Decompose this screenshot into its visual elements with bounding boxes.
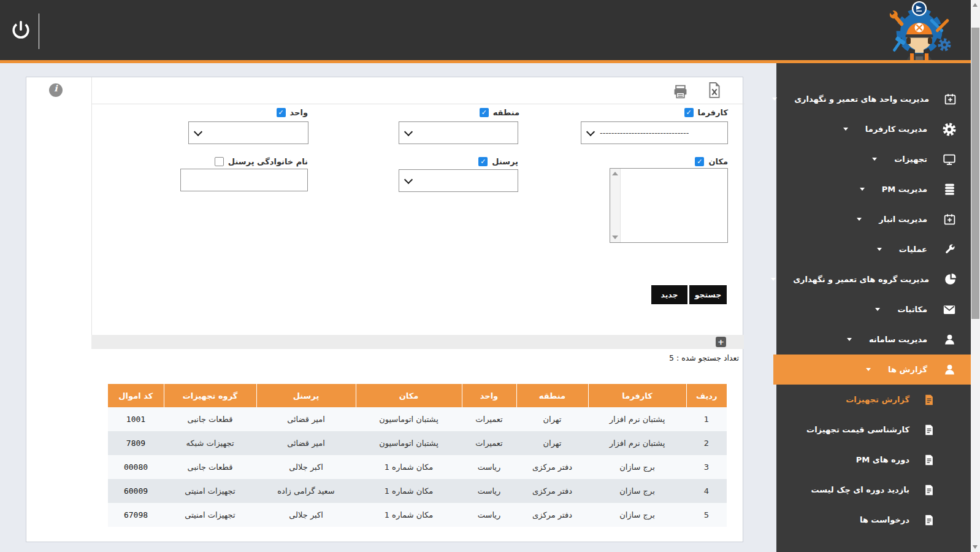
chevron-down-icon bbox=[875, 308, 880, 311]
sidebar-item-system-management[interactable]: مدیریت سامانه bbox=[776, 324, 971, 355]
cell-region: تهران bbox=[516, 407, 588, 431]
cell-location: پشتبان اتوماسیون bbox=[356, 431, 462, 455]
makan-checkbox[interactable]: ✓ bbox=[695, 157, 704, 166]
sidebar-item-equipment[interactable]: تجهیزات bbox=[776, 144, 971, 174]
cell-equipment-group: قطعات جانبی bbox=[164, 455, 256, 479]
chevron-down-icon bbox=[847, 338, 852, 341]
page-scrollbar[interactable] bbox=[971, 0, 980, 552]
table-row[interactable]: 3 برج سازان دفتر مرکزی ریاست مکان شماره … bbox=[108, 455, 727, 479]
makan-listbox[interactable] bbox=[610, 168, 728, 243]
sidebar-item-label: مدیریت سامانه bbox=[869, 335, 927, 344]
vahed-checkbox[interactable]: ✓ bbox=[277, 108, 286, 117]
chevron-down-icon bbox=[404, 175, 413, 184]
logout-button[interactable] bbox=[9, 16, 33, 43]
chevron-down-icon bbox=[857, 218, 862, 221]
sidebar-item-operations[interactable]: عملیات bbox=[776, 234, 971, 264]
table-row[interactable]: 2 پشتبان نرم افزار تهران تعمیرات پشتبان … bbox=[108, 431, 727, 455]
sidebar-subitem-pm-periods[interactable]: دوره های PM bbox=[776, 445, 971, 475]
maintenance-worker-logo bbox=[881, 1, 955, 60]
cell-client: برج سازان bbox=[588, 503, 686, 527]
vahed-select[interactable] bbox=[188, 121, 308, 144]
cell-region: دفتر مرکزی bbox=[516, 479, 588, 503]
sidebar-item-label: مدیریت انبار bbox=[879, 215, 927, 224]
table-row[interactable]: 4 برج سازان دفتر مرکزی ریاست مکان شماره … bbox=[108, 479, 727, 503]
personel-checkbox[interactable]: ✓ bbox=[478, 157, 488, 166]
chevron-down-icon bbox=[194, 128, 202, 136]
sidebar-subitem-label: درخواست ها bbox=[860, 515, 909, 524]
add-button[interactable]: + bbox=[716, 337, 726, 347]
cell-client: پشتبان نرم افزار bbox=[588, 407, 686, 431]
cell-client: برج سازان bbox=[588, 479, 686, 503]
scroll-down-icon[interactable] bbox=[612, 236, 618, 239]
table-row[interactable]: 5 برج سازان دفتر مرکزی ریاست مکان شماره … bbox=[108, 503, 727, 527]
search-button[interactable]: جستجو bbox=[689, 285, 727, 304]
scroll-down-icon[interactable] bbox=[973, 545, 978, 549]
karfarma-select[interactable]: ------------------------------- bbox=[581, 121, 728, 144]
cell-asset-code: 00080 bbox=[108, 455, 164, 479]
scroll-up-icon[interactable] bbox=[612, 172, 618, 175]
sidebar-subitem-equipment-pricing[interactable]: کارشناسی قیمت تجهیزات bbox=[776, 415, 971, 445]
col-header-personnel: پرسنل bbox=[256, 384, 356, 407]
sidebar-subitem-periodic-checklist[interactable]: بازدید دوره ای چک لیست bbox=[776, 475, 971, 505]
calendar-plus-icon bbox=[942, 213, 957, 226]
sidebar-item-client-management[interactable]: مدیریت کارفرما bbox=[776, 114, 971, 144]
sidebar-item-reports[interactable]: گزارش ها bbox=[773, 355, 971, 385]
sidebar-item-maintenance-units[interactable]: مدیریت واحد های تعمیر و نگهداری bbox=[776, 84, 971, 114]
listbox-scrollbar[interactable] bbox=[610, 169, 621, 242]
table-header-row: ردیف کارفرما منطقه واحد مکان پرسنل گروه … bbox=[108, 384, 727, 407]
sidebar-subitem-label: کارشناسی قیمت تجهیزات bbox=[806, 425, 909, 434]
mantaghe-checkbox[interactable]: ✓ bbox=[480, 108, 489, 117]
chevron-down-icon bbox=[866, 368, 871, 371]
sidebar-item-label: مدیریت واحد های تعمیر و نگهداری bbox=[794, 94, 929, 104]
content-panel: i bbox=[26, 77, 743, 542]
lastname-checkbox[interactable] bbox=[215, 157, 224, 166]
sidebar-item-label: مدیریت گروه های تعمیر و نگهداری bbox=[793, 275, 929, 284]
cell-row-number: 4 bbox=[686, 479, 727, 503]
personel-select[interactable] bbox=[399, 169, 518, 192]
pie-chart-icon bbox=[944, 273, 957, 286]
cell-asset-code: 67098 bbox=[108, 503, 164, 527]
monitor-icon bbox=[942, 153, 957, 166]
mantaghe-select[interactable] bbox=[399, 121, 518, 144]
cell-client: برج سازان bbox=[588, 455, 686, 479]
cell-asset-code: 7809 bbox=[108, 431, 164, 455]
cell-equipment-group: تجهیزات شبکه bbox=[164, 431, 256, 455]
col-header-client: کارفرما bbox=[588, 384, 686, 407]
sidebar-item-correspondence[interactable]: مکاتبات bbox=[776, 294, 971, 324]
collapse-bar: + bbox=[91, 335, 744, 349]
col-header-unit: واحد bbox=[462, 384, 516, 407]
sidebar-item-pm-management[interactable]: مدیریت PM bbox=[776, 174, 971, 204]
file-icon bbox=[922, 424, 936, 436]
sidebar-item-maintenance-groups[interactable]: مدیریت گروه های تعمیر و نگهداری bbox=[776, 264, 971, 294]
cell-unit: ریاست bbox=[462, 479, 516, 503]
sidebar-subitem-requests[interactable]: درخواست ها bbox=[776, 505, 971, 535]
chevron-down-icon bbox=[860, 188, 865, 191]
info-icon[interactable]: i bbox=[49, 83, 63, 97]
sidebar-item-label: مکاتبات bbox=[897, 305, 927, 314]
file-icon bbox=[922, 484, 936, 496]
lastname-input[interactable] bbox=[180, 169, 308, 191]
chevron-down-icon bbox=[404, 128, 413, 136]
karfarma-checkbox[interactable]: ✓ bbox=[684, 108, 694, 117]
cell-asset-code: 60009 bbox=[108, 479, 164, 503]
sidebar-subitem-label: بازدید دوره ای چک لیست bbox=[811, 485, 909, 494]
print-button[interactable] bbox=[673, 84, 688, 101]
col-header-asset-code: کد اموال bbox=[108, 384, 164, 407]
sidebar-item-warehouse[interactable]: مدیریت انبار bbox=[776, 204, 971, 234]
results-table-wrap: ردیف کارفرما منطقه واحد مکان پرسنل گروه … bbox=[108, 384, 727, 527]
sidebar-subitem-equipment-report[interactable]: گزارش تجهیزات bbox=[776, 385, 971, 415]
cell-equipment-group: تجهیزات امنیتی bbox=[164, 503, 256, 527]
new-button[interactable]: جدید bbox=[651, 285, 687, 304]
chevron-down-icon bbox=[872, 158, 877, 161]
scrollbar-thumb[interactable] bbox=[971, 28, 979, 319]
form-toolbar bbox=[92, 77, 745, 104]
excel-export-button[interactable] bbox=[706, 82, 722, 101]
sidebar-item-label: مدیریت کارفرما bbox=[865, 125, 927, 134]
scroll-up-icon[interactable] bbox=[973, 3, 978, 7]
karfarma-label: کارفرما bbox=[698, 108, 728, 117]
chevron-down-icon bbox=[877, 248, 882, 251]
karfarma-select-value: ------------------------------- bbox=[600, 128, 689, 137]
topbar-divider bbox=[39, 13, 39, 49]
results-table: ردیف کارفرما منطقه واحد مکان پرسنل گروه … bbox=[108, 384, 727, 527]
table-row[interactable]: 1 پشتبان نرم افزار تهران تعمیرات پشتبان … bbox=[108, 407, 727, 431]
